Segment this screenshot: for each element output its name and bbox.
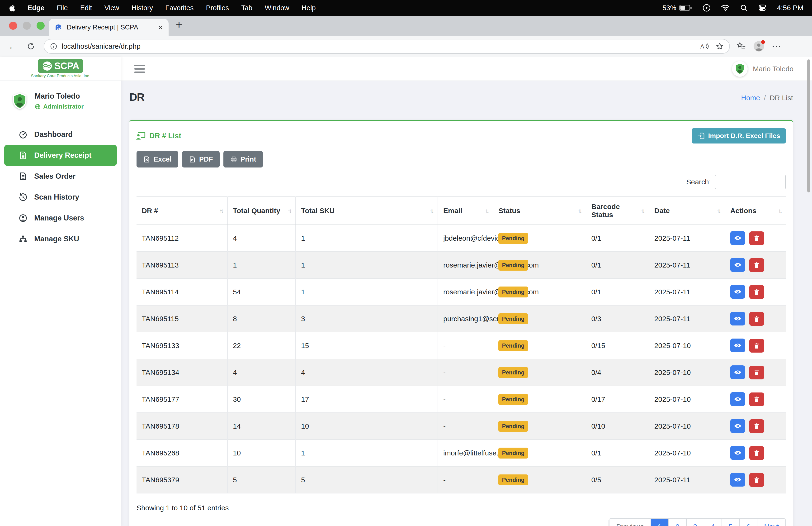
status-badge: Pending bbox=[498, 286, 528, 297]
pagination-button[interactable]: 5 bbox=[722, 518, 739, 526]
favorites-bar-icon[interactable] bbox=[737, 42, 746, 51]
view-button[interactable] bbox=[730, 312, 745, 326]
refresh-icon[interactable] bbox=[27, 42, 35, 51]
delete-button[interactable] bbox=[749, 312, 764, 326]
delete-button[interactable] bbox=[749, 473, 764, 487]
menubar-item[interactable]: Window bbox=[265, 4, 289, 12]
pagination-button[interactable]: 1 bbox=[651, 518, 668, 526]
table-row: TAN695114 54 1 rosemarie.javier@murata.c… bbox=[136, 279, 786, 305]
total-quantity-cell: 14 bbox=[228, 413, 295, 440]
spotlight-search-icon[interactable] bbox=[740, 4, 748, 12]
menubar-app-name[interactable]: Edge bbox=[28, 4, 44, 12]
view-button[interactable] bbox=[730, 258, 745, 272]
back-icon[interactable]: ← bbox=[8, 42, 17, 51]
delete-button[interactable] bbox=[749, 366, 764, 380]
view-button[interactable] bbox=[730, 392, 745, 406]
column-header[interactable]: Total SKU ↑↓ bbox=[295, 197, 438, 225]
menubar-item[interactable]: Profiles bbox=[206, 4, 229, 12]
window-minimize-button[interactable] bbox=[23, 22, 31, 30]
screen-mirroring-icon[interactable] bbox=[702, 3, 711, 12]
view-button[interactable] bbox=[730, 339, 745, 352]
breadcrumb-current: DR List bbox=[770, 94, 793, 102]
user-shield-avatar bbox=[11, 93, 28, 110]
column-header[interactable]: Status ↑↓ bbox=[493, 197, 586, 225]
new-tab-icon[interactable]: + bbox=[176, 18, 182, 31]
column-header[interactable]: Total Quantity ↑↓ bbox=[228, 197, 295, 225]
scpa-logo[interactable]: SCPA Sanitary Care Products Asia, Inc. bbox=[0, 57, 121, 81]
menubar-item[interactable]: History bbox=[132, 4, 153, 12]
email-cell: imorfe@littelfuse.com bbox=[438, 440, 493, 466]
pagination-button[interactable]: Previous bbox=[609, 518, 651, 526]
status-badge: Pending bbox=[498, 421, 528, 432]
view-button[interactable] bbox=[730, 446, 745, 460]
pagination-button[interactable]: Next bbox=[757, 518, 785, 526]
apple-menu-icon[interactable] bbox=[9, 4, 16, 12]
view-button[interactable] bbox=[730, 419, 745, 433]
status-cell: Pending bbox=[493, 225, 586, 252]
eye-icon bbox=[734, 234, 742, 242]
total-sku-cell: 15 bbox=[295, 332, 438, 359]
delete-button[interactable] bbox=[749, 419, 764, 433]
tab-close-icon[interactable]: × bbox=[158, 23, 163, 31]
browser-tab-strip: Delivery Receipt | SCPA × + bbox=[0, 16, 812, 35]
status-badge: Pending bbox=[498, 260, 528, 271]
delete-button[interactable] bbox=[749, 393, 764, 406]
battery-status[interactable]: 53% bbox=[663, 4, 692, 12]
url-bar[interactable]: localhost/sanicare/dr.php A bbox=[44, 39, 730, 54]
site-info-icon[interactable] bbox=[50, 43, 57, 50]
sidebar-item-manage-sku[interactable]: Manage SKU bbox=[0, 229, 121, 250]
status-cell: Pending bbox=[493, 332, 586, 359]
delete-button[interactable] bbox=[749, 231, 764, 245]
total-quantity-cell: 54 bbox=[228, 279, 295, 305]
pdf-button[interactable]: PDF bbox=[182, 151, 220, 168]
excel-button[interactable]: Excel bbox=[136, 151, 178, 168]
menubar-item[interactable]: View bbox=[104, 4, 119, 12]
pagination-button[interactable]: 6 bbox=[739, 518, 757, 526]
view-button[interactable] bbox=[730, 473, 745, 486]
page-scrollbar[interactable] bbox=[807, 59, 810, 193]
column-header[interactable]: DR # ↑↓ bbox=[136, 197, 228, 225]
topbar-user-menu[interactable]: Mario Toledo bbox=[732, 61, 794, 77]
delete-button[interactable] bbox=[749, 258, 764, 272]
delete-button[interactable] bbox=[749, 339, 764, 353]
delete-button[interactable] bbox=[749, 285, 764, 299]
view-button[interactable] bbox=[730, 285, 745, 299]
menubar-item[interactable]: Tab bbox=[241, 4, 252, 12]
view-button[interactable] bbox=[730, 365, 745, 379]
sidebar-item-sales-order[interactable]: Sales Order bbox=[0, 166, 121, 187]
sidebar-toggle-icon[interactable] bbox=[134, 65, 145, 73]
column-header[interactable]: Email ↑↓ bbox=[438, 197, 493, 225]
window-close-button[interactable] bbox=[9, 22, 17, 30]
view-button[interactable] bbox=[730, 231, 745, 245]
sidebar-item-scan-history[interactable]: Scan History bbox=[0, 187, 121, 208]
breadcrumb-home-link[interactable]: Home bbox=[741, 94, 760, 102]
favorite-star-icon[interactable] bbox=[715, 42, 724, 51]
print-button[interactable]: Print bbox=[223, 151, 263, 168]
column-header[interactable]: Barcode Status ↑↓ bbox=[586, 197, 649, 225]
sidebar-item-dashboard[interactable]: Dashboard bbox=[0, 124, 121, 145]
sidebar-item-delivery-receipt[interactable]: Delivery Receipt bbox=[4, 145, 117, 166]
more-menu-icon[interactable]: ⋯ bbox=[772, 44, 781, 49]
control-center-icon[interactable] bbox=[758, 4, 767, 12]
pagination-button[interactable]: 3 bbox=[686, 518, 704, 526]
browser-tab[interactable]: Delivery Receipt | SCPA × bbox=[49, 19, 169, 35]
sidebar-item-manage-users[interactable]: Manage Users bbox=[0, 208, 121, 229]
wifi-icon[interactable] bbox=[721, 4, 730, 12]
menubar-item[interactable]: Edit bbox=[80, 4, 92, 12]
menubar-clock[interactable]: 4:56 PM bbox=[777, 4, 803, 12]
menubar-item[interactable]: File bbox=[57, 4, 68, 12]
url-text[interactable]: localhost/sanicare/dr.php bbox=[62, 42, 696, 51]
delete-button[interactable] bbox=[749, 446, 764, 460]
column-header[interactable]: Actions ↑↓ bbox=[725, 197, 786, 225]
menubar-item[interactable]: Help bbox=[302, 4, 316, 12]
browser-profile-avatar[interactable] bbox=[753, 41, 765, 52]
column-header[interactable]: Date ↑↓ bbox=[649, 197, 725, 225]
search-input[interactable] bbox=[715, 175, 786, 189]
window-zoom-button[interactable] bbox=[37, 22, 45, 30]
import-excel-button[interactable]: Import D.R. Excel Files bbox=[692, 128, 786, 143]
read-aloud-icon[interactable]: A bbox=[700, 42, 709, 51]
file-excel-icon bbox=[143, 156, 150, 163]
pagination-button[interactable]: 4 bbox=[704, 518, 722, 526]
pagination-button[interactable]: 2 bbox=[668, 518, 686, 526]
menubar-item[interactable]: Favorites bbox=[165, 4, 193, 12]
